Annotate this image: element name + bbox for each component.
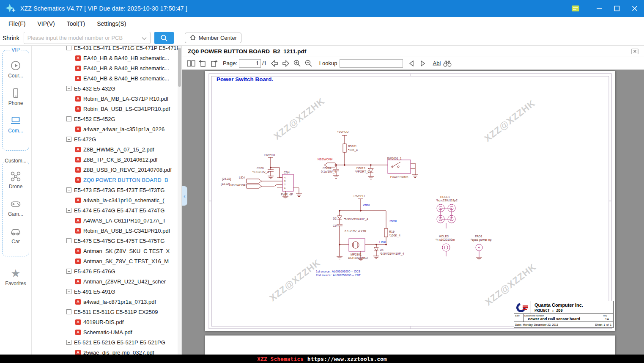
collapse-box-icon[interactable]: − <box>66 208 71 213</box>
find-previous-icon[interactable] <box>406 59 417 68</box>
tree-file-row[interactable]: Aa4wab_la-c341pr10_schematic_( <box>32 195 181 205</box>
collapse-box-icon[interactable]: − <box>66 86 71 91</box>
binoculars-search-icon[interactable] <box>442 59 452 68</box>
prev-page-icon[interactable] <box>269 59 280 68</box>
find-next-icon[interactable] <box>418 59 428 68</box>
menu-item[interactable]: Tool(T) <box>63 20 90 27</box>
collapse-box-icon[interactable]: − <box>66 269 71 274</box>
tree-folder-row[interactable]: −E5-476 E5-476G <box>32 266 181 276</box>
vip-card-icon[interactable] <box>571 4 580 13</box>
tree-scrollbar[interactable] <box>178 46 181 355</box>
dual-page-view-icon[interactable] <box>186 59 196 68</box>
tree-file-row[interactable]: ARobin_BA_USB_LS-C341PR10.pdf <box>32 226 181 236</box>
tree-file-row[interactable]: Aa4waz_a4war_la-c351pr1a_0226 <box>32 124 181 134</box>
tree-folder-row[interactable]: −E5-472G <box>32 134 181 144</box>
collapse-box-icon[interactable]: − <box>66 238 71 243</box>
tree-folder-row[interactable]: −E5-432 E5-432G <box>32 83 181 94</box>
tree-file-row[interactable]: AAntman_SK_Z8V_C TEST_X16_M <box>32 256 181 266</box>
schematic-label: *5.5V/25V/410P_4 <box>344 217 368 220</box>
sidebar-item-games[interactable]: Gam... <box>8 198 23 217</box>
model-search-input[interactable] <box>27 35 142 41</box>
collapse-box-icon[interactable]: − <box>66 137 71 142</box>
sidebar-item-phone[interactable]: Phone <box>8 87 23 106</box>
sidebar-item-computer[interactable]: Com... <box>8 115 23 134</box>
tree-file-row[interactable]: ASchematic-UMA.pdf <box>32 327 181 337</box>
chevron-down-icon[interactable] <box>142 34 147 42</box>
tree-file-row[interactable]: AEA40_HB & BA40_HB schematic... <box>32 63 181 73</box>
tree-file-row[interactable]: Aa4wad_la-c871pr1a_0713.pdf <box>32 297 181 307</box>
tree-folder-row[interactable]: −E5-473 E5-473G E5-473T E5-473TG <box>32 185 181 195</box>
tree-file-row[interactable]: ARobin_BA_USB_LS-C341PR10.pdf <box>32 104 181 114</box>
document-tab[interactable]: ZQ0 POWER BUTTON BOARD_B2_1211.pdf <box>182 46 314 57</box>
tree-folder-row[interactable]: −E5-521 E5-521G E5-521P E5-521PG <box>32 337 181 347</box>
collapse-box-icon[interactable]: − <box>66 187 71 192</box>
tree-file-row[interactable]: AEA40_HB & BA40_HB schematic... <box>32 53 181 63</box>
search-button[interactable] <box>154 32 174 44</box>
tree-file-row[interactable]: AZ8B_USB_IO_REVC_20140708.pdf <box>32 165 181 175</box>
tree-file-row[interactable]: AZ8B_HWMB_A_07_15_2.pdf <box>32 144 181 154</box>
schematic-label: 1 <box>284 187 285 189</box>
menu-item[interactable]: Settings(S) <box>93 20 130 27</box>
tree-file-row[interactable]: AZQ0 POWER BUTTON BOARD_B <box>32 175 181 185</box>
zoom-out-icon[interactable] <box>304 59 314 68</box>
tree-folder-row[interactable]: −E5-452 E5-452G <box>32 114 181 124</box>
tree-file-row[interactable]: AAntman_(Z8VR_U22_U42)_scher <box>32 276 181 286</box>
next-page-icon[interactable] <box>281 59 291 68</box>
schematic-label: DCH3031WAD <box>348 256 368 259</box>
rotate-right-icon[interactable] <box>209 59 219 68</box>
tree-file-row[interactable]: AA4WAS_LA-C611PR10_0717A_T <box>32 215 181 226</box>
tree-file-row[interactable]: ARobin_BA_MB_LA-C371P R10.pdf <box>32 94 181 104</box>
member-center-button[interactable]: Member Center <box>185 33 241 43</box>
sidebar-item-car[interactable]: Car <box>10 226 22 245</box>
close-document-icon[interactable] <box>631 48 639 55</box>
tree-folder-row[interactable]: −E5-475 E5-475G E5-475T E5-475TG <box>32 236 181 246</box>
title-block-project: PROJECT : ZQ0 <box>531 308 613 313</box>
tree-folder-row[interactable]: −E5-491 E5-491G <box>32 286 181 297</box>
collapse-box-icon[interactable]: − <box>66 289 71 294</box>
sidebar-item-favorites[interactable]: ★ Favorites <box>0 267 31 286</box>
vip-group: VIP Cour... Phone Co <box>2 50 29 151</box>
tree-file-row[interactable]: AAntman_SK (Z8V_SKU_C TEST_X <box>32 246 181 256</box>
course-play-icon <box>10 60 22 72</box>
tree-folder-row[interactable]: −E5-474 E5-474G E5-474T E5-474TG <box>32 205 181 215</box>
statusbar-url[interactable]: https://www.xzztools.com <box>307 356 387 362</box>
title-bar: XZZ Schematics V4.77 [ VIP Due date: 202… <box>0 0 644 17</box>
collapse-box-icon[interactable]: − <box>66 116 71 121</box>
collapse-box-icon[interactable]: − <box>66 309 71 314</box>
zoom-in-icon[interactable] <box>292 59 302 68</box>
close-button[interactable] <box>630 4 639 13</box>
tree-scrollbar-thumb[interactable] <box>178 48 181 87</box>
page-total-label: /1 <box>262 60 267 66</box>
model-search-box[interactable] <box>24 32 151 44</box>
pdf-viewer[interactable]: Power Switch Board. +3VPCUR5101*10K_4NBS… <box>182 70 644 355</box>
collapse-panel-handle[interactable]: ‹ <box>182 186 187 206</box>
sidebar-item-drone[interactable]: Drone <box>9 170 23 190</box>
collapse-box-icon[interactable]: − <box>66 340 71 345</box>
schematic-label: +3VPCU <box>353 195 364 198</box>
tree-file-row[interactable]: A4019UR-DIS.pdf <box>32 317 181 327</box>
lookup-input[interactable] <box>340 59 403 68</box>
tree-file-row[interactable]: AZ8B_TP_CK_B_20140612.pdf <box>32 154 181 165</box>
schematic-label: *0.1u/10V_4 <box>252 170 269 173</box>
schematic-label: *100K_4 <box>389 234 400 237</box>
text-select-tool[interactable]: Abi <box>433 60 441 66</box>
page-number-input[interactable] <box>239 59 261 68</box>
rotate-left-icon[interactable] <box>197 59 208 68</box>
tree-file-row[interactable]: Az5wae_dis_pre-mp_0327.pdf <box>32 347 181 355</box>
maximize-button[interactable] <box>613 4 621 13</box>
minimize-button[interactable] <box>595 4 603 13</box>
schematic-label: 0.1u/10V_4 <box>321 170 336 173</box>
schematic-label: R19 <box>389 230 395 233</box>
tree-folder-row[interactable]: −E5-511 E5-511G E5-511P EX2509 <box>32 307 181 317</box>
shrink-button[interactable]: Shrink <box>3 35 19 41</box>
tree-item-label: E5-474 E5-474G E5-474T E5-474TG <box>74 207 164 214</box>
tree-item-label: z5wae_dis_pre-mp_0327.pdf <box>83 349 154 355</box>
schematic-label: NBSWON# <box>318 158 332 161</box>
tree-folder-row[interactable]: −E5-431 E5-471 E5-471G E5-471P E5-471PG <box>32 46 181 53</box>
menu-item[interactable]: File(F) <box>4 20 30 27</box>
sidebar-item-course[interactable]: Cour... <box>8 60 23 79</box>
tree-file-row[interactable]: AEA40_HB & BA40_HB schematic... <box>32 73 181 83</box>
star-icon: ★ <box>10 267 22 279</box>
collapse-box-icon[interactable]: − <box>66 46 71 50</box>
menu-item[interactable]: VIP(V) <box>33 20 59 27</box>
